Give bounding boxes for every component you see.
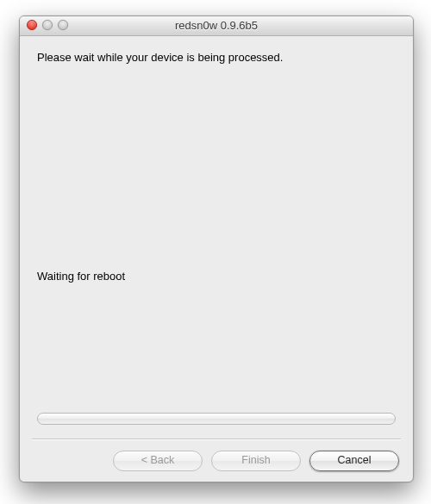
content-area: Please wait while your device is being p… <box>20 35 413 435</box>
zoom-icon[interactable] <box>58 20 68 30</box>
cancel-button[interactable]: Cancel <box>309 451 399 471</box>
footer: < Back Finish Cancel <box>20 440 413 482</box>
back-button: < Back <box>113 451 203 471</box>
status-text: Waiting for reboot <box>37 270 125 283</box>
finish-button: Finish <box>211 451 301 471</box>
titlebar[interactable]: redsn0w 0.9.6b5 <box>20 16 413 36</box>
progress-bar-container <box>37 413 396 425</box>
close-icon[interactable] <box>27 20 37 30</box>
viewport: redsn0w 0.9.6b5 Please wait while your d… <box>0 0 431 504</box>
window-controls <box>27 20 68 30</box>
app-window: redsn0w 0.9.6b5 Please wait while your d… <box>19 16 414 482</box>
window-title: redsn0w 0.9.6b5 <box>20 16 413 35</box>
minimize-icon[interactable] <box>42 20 53 30</box>
instruction-text: Please wait while your device is being p… <box>37 51 396 64</box>
progress-bar <box>37 413 396 425</box>
